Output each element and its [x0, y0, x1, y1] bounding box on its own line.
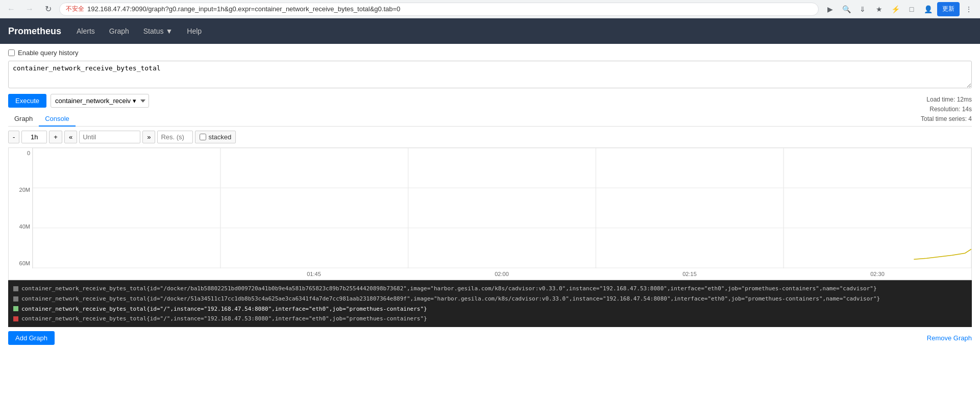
- stacked-checkbox[interactable]: [200, 134, 206, 140]
- query-textarea[interactable]: container_network_receive_bytes_total: [8, 61, 972, 88]
- legend-text-0: container_network_receive_bytes_total{id…: [21, 284, 877, 294]
- dropdown-arrow-icon: ▼: [165, 27, 173, 35]
- security-badge: 不安全: [66, 5, 84, 13]
- toolbar-row: Execute container_network_receiv ▾: [8, 94, 972, 108]
- x-axis-labels: 01:45 02:00 02:15 02:30: [32, 268, 971, 280]
- execute-button[interactable]: Execute: [8, 94, 46, 108]
- tab-console[interactable]: Console: [39, 112, 76, 127]
- legend-text-1: container_network_receive_bytes_total{id…: [21, 294, 880, 304]
- stats-box: Load time: 12ms Resolution: 14s Total ti…: [921, 95, 972, 124]
- menu-button[interactable]: ⋮: [962, 2, 976, 16]
- legend-text-3: container_network_receive_bytes_total{id…: [21, 314, 427, 324]
- back-button[interactable]: ←: [4, 2, 18, 16]
- remove-graph-link[interactable]: Remove Graph: [927, 334, 972, 342]
- legend-color-2: [13, 306, 18, 311]
- legend-item-1: container_network_receive_bytes_total{id…: [13, 294, 967, 304]
- reload-button[interactable]: ↻: [41, 2, 55, 16]
- url-text: 192.168.47.47:9090/graph?g0.range_input=…: [87, 5, 400, 13]
- navbar-brand[interactable]: Prometheus: [8, 26, 61, 37]
- legend-color-0: [13, 286, 18, 291]
- query-history-checkbox[interactable]: [8, 49, 15, 56]
- main-content: Load time: 12ms Resolution: 14s Total ti…: [0, 44, 980, 354]
- stat-total-series: Total time series: 4: [921, 114, 972, 124]
- bottom-actions: Add Graph Remove Graph: [8, 327, 972, 349]
- stat-load-time: Load time: 12ms: [921, 95, 972, 105]
- x-label-5: 02:30: [783, 271, 971, 277]
- legend-color-1: [13, 296, 18, 302]
- download-button[interactable]: ⇓: [855, 2, 870, 16]
- browser-actions: ▶ 🔍 ⇓ ★ ⚡ □ 👤 更新 ⋮: [823, 2, 976, 16]
- nav-alerts[interactable]: Alerts: [74, 25, 98, 37]
- tabs-row: Graph Console: [8, 112, 972, 127]
- y-label-40m: 40M: [11, 223, 30, 230]
- add-graph-button[interactable]: Add Graph: [8, 331, 55, 345]
- x-label-3: 02:00: [408, 271, 596, 277]
- metric-select[interactable]: container_network_receiv ▾: [51, 94, 149, 108]
- bookmark-button[interactable]: ★: [872, 2, 886, 16]
- chart-svg: [33, 148, 971, 268]
- legend-item-0: container_network_receive_bytes_total{id…: [13, 284, 967, 294]
- zoom-in-button[interactable]: +: [49, 131, 62, 143]
- screen-cast-button[interactable]: ▶: [823, 2, 837, 16]
- zoom-out-button[interactable]: -: [8, 131, 19, 143]
- legend-item-3: container_network_receive_bytes_total{id…: [13, 314, 967, 324]
- profile-button[interactable]: 👤: [921, 2, 935, 16]
- y-label-20m: 20M: [11, 187, 30, 193]
- legend-color-3: [13, 316, 18, 321]
- legend-text-2: container_network_receive_bytes_total{id…: [21, 304, 427, 314]
- chart-plot: [32, 148, 971, 268]
- until-input[interactable]: [79, 131, 140, 143]
- res-input[interactable]: [157, 131, 193, 143]
- update-button[interactable]: 更新: [937, 2, 960, 16]
- nav-graph[interactable]: Graph: [106, 25, 132, 37]
- navbar: Prometheus Alerts Graph Status ▼ Help: [0, 18, 980, 44]
- back-time-button[interactable]: «: [64, 131, 77, 143]
- zoom-button[interactable]: 🔍: [839, 2, 853, 16]
- extensions-button[interactable]: ⚡: [888, 2, 902, 16]
- window-button[interactable]: □: [904, 2, 919, 16]
- stacked-text: stacked: [208, 133, 231, 141]
- chart-container: 60M 40M 20M 0: [8, 147, 972, 280]
- legend-container: container_network_receive_bytes_total{id…: [8, 280, 972, 327]
- query-history-row: Enable query history: [8, 49, 972, 57]
- stat-resolution: Resolution: 14s: [921, 105, 972, 114]
- graph-controls: - + « » stacked: [8, 131, 972, 143]
- y-label-60m: 60M: [11, 260, 30, 266]
- tab-graph[interactable]: Graph: [8, 112, 39, 127]
- forward-time-button[interactable]: »: [142, 131, 155, 143]
- y-axis-labels: 60M 40M 20M 0: [9, 148, 32, 268]
- address-bar[interactable]: 不安全 192.168.47.47:9090/graph?g0.range_in…: [59, 3, 819, 16]
- range-input[interactable]: [21, 131, 47, 143]
- browser-bar: ← → ↻ 不安全 192.168.47.47:9090/graph?g0.ra…: [0, 0, 980, 18]
- nav-status[interactable]: Status ▼: [140, 25, 176, 37]
- legend-item-2: container_network_receive_bytes_total{id…: [13, 304, 967, 314]
- forward-button[interactable]: →: [22, 2, 37, 16]
- nav-help[interactable]: Help: [184, 25, 205, 37]
- query-history-label[interactable]: Enable query history: [18, 49, 79, 57]
- x-label-4: 02:15: [596, 271, 783, 277]
- x-label-2: 01:45: [220, 271, 408, 277]
- stacked-label[interactable]: stacked: [195, 131, 236, 143]
- y-label-0: 0: [11, 150, 30, 156]
